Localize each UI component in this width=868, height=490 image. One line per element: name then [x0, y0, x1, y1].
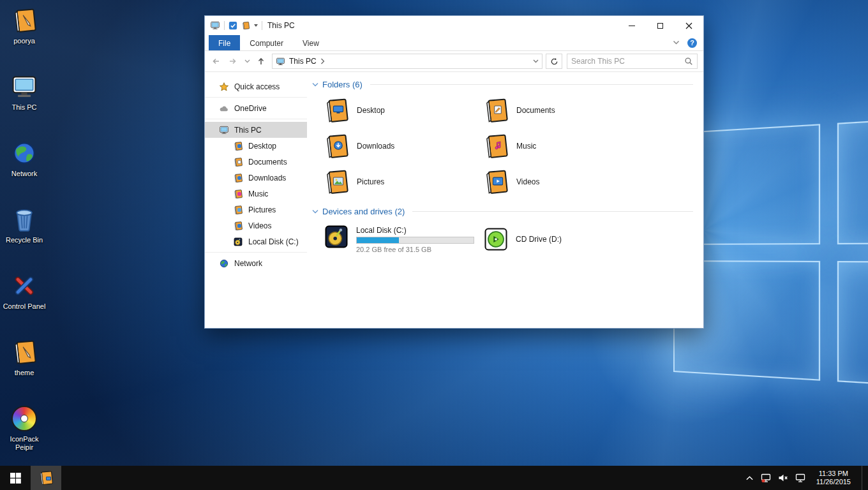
- color-wheel-icon: [10, 404, 39, 433]
- tile-label: Desktop: [357, 106, 385, 115]
- sidebar-item-downloads[interactable]: Downloads: [205, 170, 307, 186]
- star-icon: [219, 82, 229, 92]
- new-folder-icon[interactable]: [241, 21, 250, 30]
- volume-muted-icon[interactable]: [778, 473, 788, 482]
- folder-tile-documents[interactable]: Documents: [482, 96, 641, 125]
- drive-tile-cd-drive[interactable]: CD Drive (D:): [482, 223, 641, 256]
- desktop-icon-recycle-bin[interactable]: Recycle Bin: [3, 202, 46, 268]
- up-button[interactable]: [253, 54, 269, 69]
- disk-usage-bar: [356, 237, 474, 244]
- drive-label: Local Disk (C:): [356, 226, 474, 235]
- tile-label: Pictures: [357, 177, 384, 186]
- tray-overflow-chevron-icon[interactable]: [745, 475, 754, 481]
- recent-locations-dropdown-icon[interactable]: [243, 54, 251, 69]
- system-tray: 11:33 PM 11/26/2015: [745, 466, 868, 490]
- sidebar-item-this-pc[interactable]: This PC: [205, 122, 307, 138]
- sidebar-item-quick-access[interactable]: Quick access: [205, 78, 307, 94]
- sidebar-divider: [205, 119, 307, 119]
- forward-button[interactable]: [225, 54, 241, 69]
- explorer-window: This PC File Computer View ?: [204, 15, 704, 329]
- expand-ribbon-icon[interactable]: [673, 40, 680, 45]
- drive-tile-local-disk[interactable]: Local Disk (C:) 20.2 GB free of 31.5 GB: [322, 223, 482, 256]
- sidebar-item-network[interactable]: Network: [205, 255, 307, 271]
- taskbar: 11:33 PM 11/26/2015: [0, 466, 868, 490]
- back-button[interactable]: [208, 54, 223, 69]
- desktop-icon-label: IconPack Peipir: [3, 435, 46, 452]
- tile-label: Music: [516, 142, 536, 151]
- sidebar-item-local-disk-c[interactable]: Local Disk (C:): [205, 234, 307, 249]
- desktop-icon-poorya[interactable]: poorya: [3, 3, 46, 69]
- folders-section-header[interactable]: Folders (6): [312, 80, 693, 89]
- desktop-icon-iconpack-peipir[interactable]: IconPack Peipir: [3, 401, 46, 467]
- network-status-icon[interactable]: [761, 473, 771, 483]
- folder-tile-videos[interactable]: Videos: [482, 167, 641, 197]
- hard-disk-icon: [322, 223, 350, 251]
- desktop-icon-theme[interactable]: theme: [3, 334, 46, 401]
- address-input[interactable]: This PC: [272, 54, 542, 69]
- tab-computer[interactable]: Computer: [240, 35, 293, 50]
- close-button[interactable]: [675, 16, 703, 35]
- sidebar-label: Documents: [248, 158, 287, 167]
- downloads-folder-icon: [322, 132, 350, 160]
- customize-toolbar-dropdown-icon[interactable]: [254, 24, 258, 27]
- desktop-icon-label: This PC: [11, 103, 36, 112]
- desktop-icon-network[interactable]: Network: [3, 135, 46, 202]
- music-folder-icon: [233, 189, 243, 199]
- folder-tile-desktop[interactable]: Desktop: [322, 96, 482, 125]
- desktop-folder-icon: [322, 96, 350, 124]
- address-bar: This PC: [205, 51, 703, 72]
- location-icon: [276, 57, 285, 66]
- desktop-icon-this-pc[interactable]: This PC: [3, 69, 46, 135]
- sidebar-item-desktop[interactable]: Desktop: [205, 138, 307, 154]
- folder-tile-pictures[interactable]: Pictures: [322, 167, 482, 197]
- folder-tile-downloads[interactable]: Downloads: [322, 131, 482, 161]
- title-bar: This PC: [205, 16, 703, 35]
- search-icon[interactable]: [684, 57, 693, 66]
- sidebar-label: Music: [248, 189, 268, 198]
- sidebar-item-onedrive[interactable]: OneDrive: [205, 100, 307, 116]
- section-title: Folders (6): [322, 80, 363, 89]
- display-icon[interactable]: [795, 473, 805, 483]
- sidebar-label: Quick access: [234, 82, 280, 91]
- breadcrumb[interactable]: This PC: [289, 57, 317, 66]
- folder-book-icon: [10, 6, 39, 35]
- ribbon-tab-bar: File Computer View ?: [205, 35, 703, 51]
- collapse-chevron-icon[interactable]: [312, 209, 318, 214]
- desktop-icon-label: Control Panel: [3, 302, 46, 311]
- folder-tile-music[interactable]: Music: [482, 131, 641, 161]
- maximize-button[interactable]: [646, 16, 675, 35]
- minimize-button[interactable]: [617, 16, 646, 35]
- globe-icon: [219, 258, 229, 269]
- taskbar-clock[interactable]: 11:33 PM 11/26/2015: [812, 470, 855, 486]
- sidebar-label: Desktop: [248, 142, 276, 151]
- sidebar-item-music[interactable]: Music: [205, 186, 307, 202]
- properties-icon[interactable]: [228, 21, 237, 30]
- start-button[interactable]: [0, 466, 31, 490]
- app-icon: [210, 20, 220, 31]
- sidebar-label: Downloads: [248, 174, 286, 182]
- collapse-chevron-icon[interactable]: [312, 82, 318, 87]
- monitor-icon: [10, 72, 39, 101]
- tab-view[interactable]: View: [293, 35, 329, 50]
- downloads-folder-icon: [233, 173, 243, 183]
- desktop-icon-control-panel[interactable]: Control Panel: [3, 268, 46, 334]
- pictures-folder-icon: [322, 168, 350, 196]
- sidebar-label: Pictures: [248, 205, 276, 214]
- show-desktop-button[interactable]: [862, 466, 865, 490]
- search-input[interactable]: [571, 57, 684, 66]
- sidebar-item-pictures[interactable]: Pictures: [205, 202, 307, 218]
- sidebar-item-videos[interactable]: Videos: [205, 218, 307, 234]
- taskbar-file-explorer-button[interactable]: [31, 466, 61, 490]
- desktop-icon-list: poorya This PC Network Recycle Bin Contr…: [3, 3, 46, 467]
- breadcrumb-chevron-icon[interactable]: [320, 58, 325, 64]
- documents-folder-icon: [482, 96, 510, 124]
- sidebar-label: Network: [234, 259, 262, 268]
- section-title: Devices and drives (2): [322, 207, 405, 216]
- tab-file[interactable]: File: [209, 35, 240, 50]
- devices-section-header[interactable]: Devices and drives (2): [312, 207, 693, 216]
- tile-label: Documents: [516, 106, 555, 115]
- help-icon[interactable]: ?: [687, 38, 697, 48]
- refresh-button[interactable]: [546, 54, 562, 69]
- sidebar-item-documents[interactable]: Documents: [205, 154, 307, 170]
- address-dropdown-icon[interactable]: [533, 59, 539, 63]
